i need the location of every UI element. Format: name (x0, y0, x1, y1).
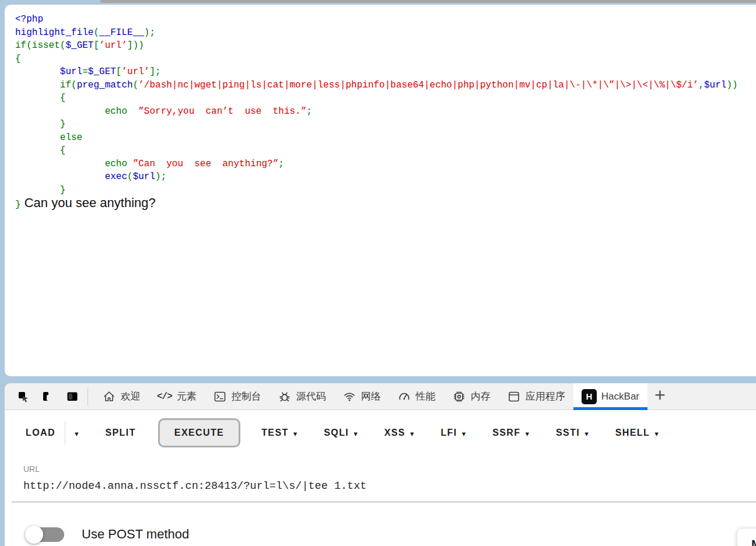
toggle-knob-icon (25, 526, 43, 544)
corner-popup[interactable]: M (737, 528, 756, 546)
hackbar-toolbar: LOAD▾SPLITEXECUTETEST▾SQLI▾XSS▾LFI▾SSRF▾… (5, 410, 756, 448)
performance-icon (397, 390, 411, 404)
devtools-tab-label: 应用程序 (526, 390, 565, 403)
devtools-tab-list: 欢迎</>元素控制台源代码网络性能内存应用程序HHackBar (94, 383, 648, 410)
hackbar-button-label: XSS (384, 428, 405, 438)
code-icon: </> (157, 391, 172, 402)
devtools-tab-label: 网络 (361, 390, 381, 403)
hackbar-button-label: SQLI (324, 428, 349, 438)
post-method-row: Use POST method (27, 526, 756, 543)
chevron-down-icon: ▾ (410, 429, 414, 438)
hackbar-button-ssti[interactable]: SSTI▾ (556, 419, 589, 446)
devtools-tab-label: 欢迎 (121, 390, 141, 403)
code-line: exec($url); (15, 170, 756, 184)
code-line: } (15, 118, 756, 131)
devtools-tab-HackBar[interactable]: HHackBar (573, 383, 648, 410)
application-icon (507, 390, 521, 404)
hackbar-button-ssrf[interactable]: SSRF▾ (492, 419, 529, 446)
devtools-tab-内存[interactable]: 内存 (444, 383, 499, 410)
devtools-tab-应用程序[interactable]: 应用程序 (499, 383, 573, 410)
button-divider (65, 421, 65, 444)
hackbar-button-label: SPLIT (105, 428, 135, 438)
php-output-text: Can you see anything? (21, 195, 156, 210)
devtools-tab-网络[interactable]: 网络 (334, 383, 389, 410)
chevron-down-icon: ▾ (584, 429, 589, 438)
url-input[interactable]: http://node4.anna.nssctf.cn:28413/?url=l… (23, 480, 756, 492)
devtools-tab-bar: 欢迎</>元素控制台源代码网络性能内存应用程序HHackBar + (5, 383, 756, 410)
chevron-down-icon: ▾ (462, 429, 466, 438)
hackbar-panel: LOAD▾SPLITEXECUTETEST▾SQLI▾XSS▾LFI▾SSRF▾… (5, 410, 756, 543)
code-line: else (15, 131, 756, 145)
chevron-down-icon: ▾ (354, 429, 358, 438)
use-post-toggle[interactable] (27, 526, 64, 543)
url-field-label: URL (23, 464, 756, 474)
dock-side-icon[interactable] (65, 390, 79, 404)
console-icon (213, 390, 227, 404)
code-line: echo ”Sorry,you can’t use this.”; (15, 105, 756, 118)
hackbar-button-label: EXECUTE (174, 428, 224, 438)
devtools-panel: 欢迎</>元素控制台源代码网络性能内存应用程序HHackBar + LOAD▾S… (5, 383, 756, 546)
chevron-down-icon: ▾ (525, 429, 529, 438)
hackbar-button-sqli[interactable]: SQLI▾ (324, 419, 357, 446)
hackbar-button-shell[interactable]: SHELL▾ (615, 419, 659, 446)
debug-icon (278, 390, 292, 404)
devtools-tab-性能[interactable]: 性能 (389, 383, 444, 410)
browser-page: <?phphighlight_file(__FILE__);if(isset($… (5, 5, 756, 376)
hackbar-button-lfi[interactable]: LFI▾ (440, 419, 466, 446)
hackbar-button-label: LOAD (26, 428, 55, 438)
devtools-tab-label: 元素 (177, 390, 197, 403)
code-line: if(preg_match(’/bash|nc|wget|ping|ls|cat… (15, 79, 756, 92)
more-tabs-button[interactable]: + (648, 380, 673, 410)
devtools-tab-label: HackBar (601, 391, 639, 402)
hackbar-button-label: TEST (261, 428, 289, 438)
code-line: highlight_file(__FILE__); (15, 26, 756, 40)
code-line: if(isset($_GET[’url’])) (15, 39, 756, 52)
hackbar-button-label: SSRF (492, 428, 520, 438)
hackbar-button-label: SSTI (556, 428, 580, 438)
hackbar-button-test[interactable]: TEST▾ (261, 419, 297, 446)
code-line: { (15, 144, 756, 158)
php-source-code: <?phphighlight_file(__FILE__);if(isset($… (5, 5, 756, 212)
network-icon (342, 390, 356, 404)
devtools-tab-欢迎[interactable]: 欢迎 (94, 383, 149, 410)
devtools-tab-控制台[interactable]: 控制台 (205, 383, 270, 410)
hackbar-button-load[interactable]: LOAD▾ (26, 418, 78, 448)
devtools-tab-label: 内存 (471, 390, 491, 403)
code-line: $url=$_GET[’url’]; (15, 65, 756, 79)
devtools-tab-源代码[interactable]: 源代码 (270, 383, 334, 410)
devtools-tab-label: 控制台 (232, 390, 261, 403)
memory-icon (452, 390, 466, 404)
code-line: } Can you see anything? (15, 197, 756, 212)
chevron-down-icon[interactable]: ▾ (75, 429, 79, 438)
url-field: URL http://node4.anna.nssctf.cn:28413/?u… (12, 461, 756, 502)
devtools-tab-label: 源代码 (296, 390, 326, 403)
device-emulation-icon[interactable] (41, 390, 55, 404)
chevron-down-icon: ▾ (293, 429, 298, 438)
code-line: { (15, 92, 756, 105)
window-top-strip (100, 0, 756, 3)
hackbar-button-label: LFI (440, 428, 457, 438)
devtools-tab-元素[interactable]: </>元素 (149, 383, 205, 410)
devtools-tab-label: 性能 (416, 390, 436, 403)
hackbar-button-xss[interactable]: XSS▾ (384, 419, 414, 446)
code-line: { (15, 52, 756, 66)
code-line: echo ”Can you see anything?”; (15, 158, 756, 171)
inspect-icon[interactable] (16, 390, 30, 404)
code-line: <?php (15, 13, 756, 26)
hackbar-button-execute[interactable]: EXECUTE (158, 418, 240, 447)
toolbar-divider (88, 387, 88, 405)
hackbar-button-split[interactable]: SPLIT (105, 419, 135, 446)
chevron-down-icon: ▾ (654, 429, 659, 438)
use-post-label: Use POST method (82, 527, 189, 542)
code-line: } (15, 184, 756, 197)
hackbar-icon: H (582, 389, 597, 404)
home-icon (102, 390, 116, 404)
devtools-toolbar (5, 383, 88, 410)
hackbar-button-label: SHELL (615, 428, 650, 438)
